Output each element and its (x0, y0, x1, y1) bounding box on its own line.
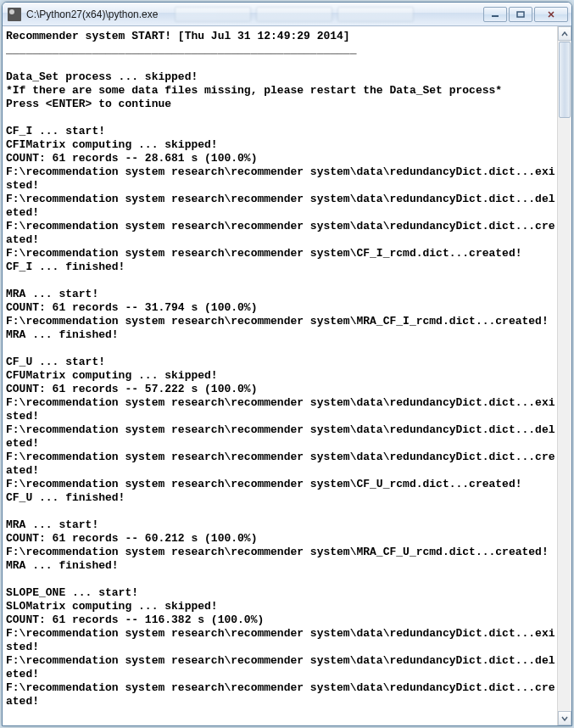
minimize-icon (491, 11, 499, 18)
background-blur (175, 7, 476, 22)
console-output[interactable]: Recommender system START! [Thu Jul 31 12… (3, 26, 557, 725)
vertical-scrollbar[interactable] (557, 26, 571, 725)
window-title: C:\Python27(x64)\python.exe (26, 8, 158, 20)
scroll-down-button[interactable] (558, 711, 571, 725)
window-controls (482, 7, 568, 22)
chevron-down-icon (561, 716, 568, 721)
scroll-up-button[interactable] (558, 26, 571, 41)
console-window: C:\Python27(x64)\python.exe Recommender … (2, 2, 572, 726)
svg-rect-1 (517, 12, 524, 17)
maximize-button[interactable] (509, 7, 532, 22)
app-icon (8, 8, 21, 21)
chevron-up-icon (561, 31, 568, 36)
close-icon (547, 11, 555, 18)
minimize-button[interactable] (483, 7, 507, 22)
close-button[interactable] (534, 7, 568, 22)
client-area: Recommender system START! [Thu Jul 31 12… (3, 26, 571, 725)
titlebar[interactable]: C:\Python27(x64)\python.exe (3, 3, 571, 26)
scroll-thumb[interactable] (559, 42, 571, 118)
maximize-icon (516, 11, 525, 18)
